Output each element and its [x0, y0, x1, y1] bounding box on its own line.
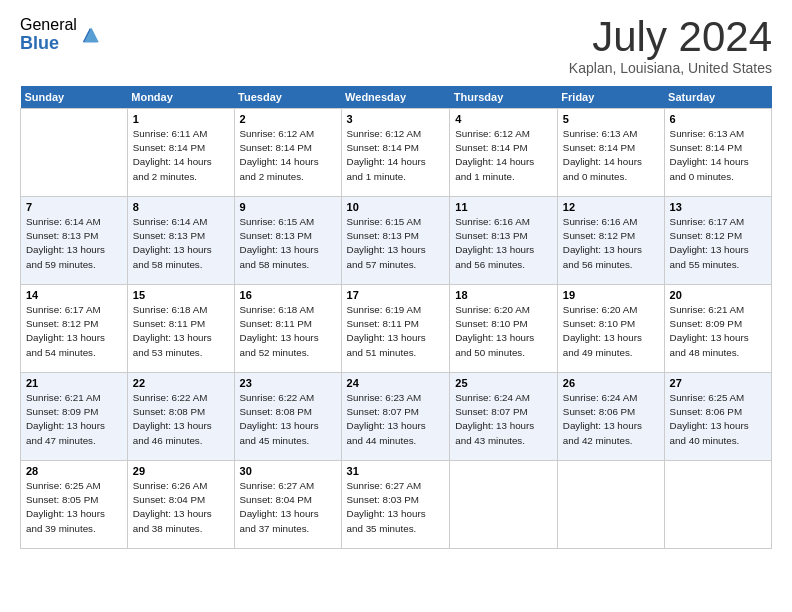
day-number: 12: [563, 201, 659, 213]
calendar-cell: 8Sunrise: 6:14 AMSunset: 8:13 PMDaylight…: [127, 197, 234, 285]
day-info: Sunrise: 6:18 AMSunset: 8:11 PMDaylight:…: [240, 303, 336, 360]
calendar-cell: 21Sunrise: 6:21 AMSunset: 8:09 PMDayligh…: [21, 373, 128, 461]
col-thursday: Thursday: [450, 86, 558, 109]
location: Kaplan, Louisiana, United States: [569, 60, 772, 76]
calendar-cell: 22Sunrise: 6:22 AMSunset: 8:08 PMDayligh…: [127, 373, 234, 461]
day-info: Sunrise: 6:16 AMSunset: 8:12 PMDaylight:…: [563, 215, 659, 272]
calendar-cell: 12Sunrise: 6:16 AMSunset: 8:12 PMDayligh…: [557, 197, 664, 285]
calendar-cell: 19Sunrise: 6:20 AMSunset: 8:10 PMDayligh…: [557, 285, 664, 373]
day-number: 15: [133, 289, 229, 301]
day-info: Sunrise: 6:15 AMSunset: 8:13 PMDaylight:…: [240, 215, 336, 272]
day-number: 26: [563, 377, 659, 389]
day-number: 30: [240, 465, 336, 477]
day-info: Sunrise: 6:20 AMSunset: 8:10 PMDaylight:…: [455, 303, 552, 360]
calendar-cell: 2Sunrise: 6:12 AMSunset: 8:14 PMDaylight…: [234, 109, 341, 197]
day-number: 27: [670, 377, 766, 389]
calendar-cell: [557, 461, 664, 549]
calendar-page: General Blue July 2024 Kaplan, Louisiana…: [0, 0, 792, 612]
day-info: Sunrise: 6:25 AMSunset: 8:06 PMDaylight:…: [670, 391, 766, 448]
calendar-cell: 27Sunrise: 6:25 AMSunset: 8:06 PMDayligh…: [664, 373, 771, 461]
title-section: July 2024 Kaplan, Louisiana, United Stat…: [569, 16, 772, 76]
calendar-cell: 1Sunrise: 6:11 AMSunset: 8:14 PMDaylight…: [127, 109, 234, 197]
calendar-cell: 11Sunrise: 6:16 AMSunset: 8:13 PMDayligh…: [450, 197, 558, 285]
day-info: Sunrise: 6:12 AMSunset: 8:14 PMDaylight:…: [347, 127, 445, 184]
day-info: Sunrise: 6:23 AMSunset: 8:07 PMDaylight:…: [347, 391, 445, 448]
day-number: 5: [563, 113, 659, 125]
calendar-week-row: 28Sunrise: 6:25 AMSunset: 8:05 PMDayligh…: [21, 461, 772, 549]
day-number: 24: [347, 377, 445, 389]
calendar-cell: 15Sunrise: 6:18 AMSunset: 8:11 PMDayligh…: [127, 285, 234, 373]
day-info: Sunrise: 6:24 AMSunset: 8:06 PMDaylight:…: [563, 391, 659, 448]
col-sunday: Sunday: [21, 86, 128, 109]
logo-blue: Blue: [20, 34, 77, 54]
day-number: 19: [563, 289, 659, 301]
calendar-week-row: 1Sunrise: 6:11 AMSunset: 8:14 PMDaylight…: [21, 109, 772, 197]
calendar-week-row: 21Sunrise: 6:21 AMSunset: 8:09 PMDayligh…: [21, 373, 772, 461]
day-number: 28: [26, 465, 122, 477]
day-number: 6: [670, 113, 766, 125]
day-number: 10: [347, 201, 445, 213]
day-number: 21: [26, 377, 122, 389]
day-info: Sunrise: 6:22 AMSunset: 8:08 PMDaylight:…: [133, 391, 229, 448]
day-info: Sunrise: 6:18 AMSunset: 8:11 PMDaylight:…: [133, 303, 229, 360]
calendar-cell: 26Sunrise: 6:24 AMSunset: 8:06 PMDayligh…: [557, 373, 664, 461]
day-number: 17: [347, 289, 445, 301]
day-number: 7: [26, 201, 122, 213]
day-info: Sunrise: 6:17 AMSunset: 8:12 PMDaylight:…: [26, 303, 122, 360]
col-friday: Friday: [557, 86, 664, 109]
header-row: Sunday Monday Tuesday Wednesday Thursday…: [21, 86, 772, 109]
day-number: 25: [455, 377, 552, 389]
day-info: Sunrise: 6:21 AMSunset: 8:09 PMDaylight:…: [670, 303, 766, 360]
day-info: Sunrise: 6:14 AMSunset: 8:13 PMDaylight:…: [133, 215, 229, 272]
day-info: Sunrise: 6:12 AMSunset: 8:14 PMDaylight:…: [240, 127, 336, 184]
calendar-cell: 24Sunrise: 6:23 AMSunset: 8:07 PMDayligh…: [341, 373, 450, 461]
day-number: 16: [240, 289, 336, 301]
day-info: Sunrise: 6:20 AMSunset: 8:10 PMDaylight:…: [563, 303, 659, 360]
day-number: 23: [240, 377, 336, 389]
logo-text: General Blue: [20, 16, 77, 53]
day-number: 9: [240, 201, 336, 213]
calendar-cell: 18Sunrise: 6:20 AMSunset: 8:10 PMDayligh…: [450, 285, 558, 373]
calendar-week-row: 14Sunrise: 6:17 AMSunset: 8:12 PMDayligh…: [21, 285, 772, 373]
day-number: 29: [133, 465, 229, 477]
calendar-cell: 13Sunrise: 6:17 AMSunset: 8:12 PMDayligh…: [664, 197, 771, 285]
day-info: Sunrise: 6:27 AMSunset: 8:04 PMDaylight:…: [240, 479, 336, 536]
calendar-cell: 9Sunrise: 6:15 AMSunset: 8:13 PMDaylight…: [234, 197, 341, 285]
calendar-cell: [664, 461, 771, 549]
calendar-cell: 6Sunrise: 6:13 AMSunset: 8:14 PMDaylight…: [664, 109, 771, 197]
day-info: Sunrise: 6:19 AMSunset: 8:11 PMDaylight:…: [347, 303, 445, 360]
day-info: Sunrise: 6:27 AMSunset: 8:03 PMDaylight:…: [347, 479, 445, 536]
calendar-cell: 17Sunrise: 6:19 AMSunset: 8:11 PMDayligh…: [341, 285, 450, 373]
day-info: Sunrise: 6:17 AMSunset: 8:12 PMDaylight:…: [670, 215, 766, 272]
svg-marker-1: [84, 27, 99, 42]
day-info: Sunrise: 6:11 AMSunset: 8:14 PMDaylight:…: [133, 127, 229, 184]
calendar-cell: 10Sunrise: 6:15 AMSunset: 8:13 PMDayligh…: [341, 197, 450, 285]
day-number: 11: [455, 201, 552, 213]
header: General Blue July 2024 Kaplan, Louisiana…: [20, 16, 772, 76]
col-wednesday: Wednesday: [341, 86, 450, 109]
calendar-cell: 16Sunrise: 6:18 AMSunset: 8:11 PMDayligh…: [234, 285, 341, 373]
day-number: 13: [670, 201, 766, 213]
calendar-cell: 23Sunrise: 6:22 AMSunset: 8:08 PMDayligh…: [234, 373, 341, 461]
calendar-cell: [21, 109, 128, 197]
calendar-cell: 14Sunrise: 6:17 AMSunset: 8:12 PMDayligh…: [21, 285, 128, 373]
day-info: Sunrise: 6:13 AMSunset: 8:14 PMDaylight:…: [563, 127, 659, 184]
day-number: 14: [26, 289, 122, 301]
logo: General Blue: [20, 16, 101, 53]
day-number: 8: [133, 201, 229, 213]
calendar-cell: 5Sunrise: 6:13 AMSunset: 8:14 PMDaylight…: [557, 109, 664, 197]
day-number: 31: [347, 465, 445, 477]
calendar-cell: 29Sunrise: 6:26 AMSunset: 8:04 PMDayligh…: [127, 461, 234, 549]
col-tuesday: Tuesday: [234, 86, 341, 109]
month-title: July 2024: [569, 16, 772, 58]
calendar-cell: 30Sunrise: 6:27 AMSunset: 8:04 PMDayligh…: [234, 461, 341, 549]
calendar-week-row: 7Sunrise: 6:14 AMSunset: 8:13 PMDaylight…: [21, 197, 772, 285]
calendar-cell: [450, 461, 558, 549]
day-number: 2: [240, 113, 336, 125]
calendar-cell: 25Sunrise: 6:24 AMSunset: 8:07 PMDayligh…: [450, 373, 558, 461]
day-info: Sunrise: 6:22 AMSunset: 8:08 PMDaylight:…: [240, 391, 336, 448]
day-info: Sunrise: 6:15 AMSunset: 8:13 PMDaylight:…: [347, 215, 445, 272]
logo-icon: [79, 24, 101, 46]
day-info: Sunrise: 6:14 AMSunset: 8:13 PMDaylight:…: [26, 215, 122, 272]
day-info: Sunrise: 6:21 AMSunset: 8:09 PMDaylight:…: [26, 391, 122, 448]
